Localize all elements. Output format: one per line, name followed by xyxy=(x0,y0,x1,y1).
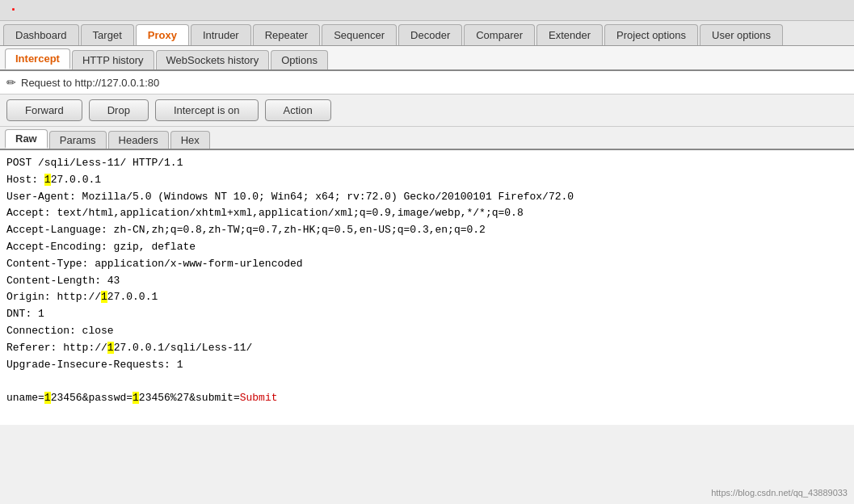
main-tab-bar: Dashboard Target Proxy Intruder Repeater… xyxy=(0,21,854,46)
proxy-tab-bar: Intercept HTTP history WebSockets histor… xyxy=(0,46,854,71)
action-button[interactable]: Action xyxy=(265,99,331,121)
drop-button[interactable]: Drop xyxy=(89,99,149,121)
highlight-5: 1 xyxy=(133,392,139,404)
proxy-tab-http-history[interactable]: HTTP history xyxy=(72,50,154,69)
tab-intruder[interactable]: Intruder xyxy=(191,24,251,45)
forward-button[interactable]: Forward xyxy=(6,99,82,121)
tab-repeater[interactable]: Repeater xyxy=(253,24,320,45)
tab-decoder[interactable]: Decoder xyxy=(398,24,462,45)
tab-proxy[interactable]: Proxy xyxy=(136,24,189,45)
request-line-0: POST /sqli/Less-11/ HTTP/1.1 xyxy=(6,155,848,172)
request-line-4: Accept-Language: zh-CN,zh;q=0.8,zh-TW;q=… xyxy=(6,222,848,239)
request-label: ✏ Request to http://127.0.0.1:80 xyxy=(0,71,854,94)
tab-user-options[interactable]: User options xyxy=(700,24,783,45)
highlight-2: 1 xyxy=(101,291,107,303)
proxy-tab-intercept[interactable]: Intercept xyxy=(5,48,70,69)
request-line-blank xyxy=(6,373,848,390)
tab-dashboard[interactable]: Dashboard xyxy=(3,24,79,45)
request-line-9: DNT: 1 xyxy=(6,306,848,323)
content-tab-raw[interactable]: Raw xyxy=(5,129,48,149)
content-tab-headers[interactable]: Headers xyxy=(108,131,169,149)
request-line-6: Content-Type: application/x-www-form-url… xyxy=(6,256,848,273)
request-line-11: Referer: http://127.0.0.1/sqli/Less-11/ xyxy=(6,340,848,357)
pencil-icon: ✏ xyxy=(6,76,16,89)
tab-extender[interactable]: Extender xyxy=(536,24,603,45)
highlight-1: 1 xyxy=(44,174,51,186)
request-line-7: Content-Length: 43 xyxy=(6,273,848,290)
app-red-dot: · xyxy=(6,0,20,19)
highlight-3: 1 xyxy=(107,342,114,354)
tab-comparer[interactable]: Comparer xyxy=(464,24,535,45)
request-line-12: Upgrade-Insecure-Requests: 1 xyxy=(6,357,848,374)
proxy-tab-options[interactable]: Options xyxy=(271,50,328,69)
request-line-3: Accept: text/html,application/xhtml+xml,… xyxy=(6,205,848,222)
request-body: POST /sqli/Less-11/ HTTP/1.1 Host: 127.0… xyxy=(0,150,854,425)
tab-target[interactable]: Target xyxy=(81,24,134,45)
request-line-8: Origin: http://127.0.0.1 xyxy=(6,289,848,306)
content-tab-hex[interactable]: Hex xyxy=(170,131,210,149)
submit-value: Submit xyxy=(240,392,278,404)
intercept-toggle-button[interactable]: Intercept is on xyxy=(155,99,259,121)
proxy-tab-websockets-history[interactable]: WebSockets history xyxy=(156,50,270,69)
request-line-post-data: uname=123456&passwd=123456%27&submit=Sub… xyxy=(6,390,848,407)
request-line-10: Connection: close xyxy=(6,323,848,340)
content-tab-params[interactable]: Params xyxy=(49,131,107,149)
content-tab-bar: Raw Params Headers Hex xyxy=(0,127,854,150)
request-line-2: User-Agent: Mozilla/5.0 (Windows NT 10.0… xyxy=(6,189,848,206)
request-line-5: Accept-Encoding: gzip, deflate xyxy=(6,239,848,256)
tab-project-options[interactable]: Project options xyxy=(604,24,698,45)
tab-sequencer[interactable]: Sequencer xyxy=(322,24,397,45)
highlight-4: 1 xyxy=(44,392,51,404)
request-url: Request to http://127.0.0.1:80 xyxy=(21,77,159,89)
request-line-1: Host: 127.0.0.1 xyxy=(6,172,848,189)
action-bar: Forward Drop Intercept is on Action xyxy=(0,94,854,127)
